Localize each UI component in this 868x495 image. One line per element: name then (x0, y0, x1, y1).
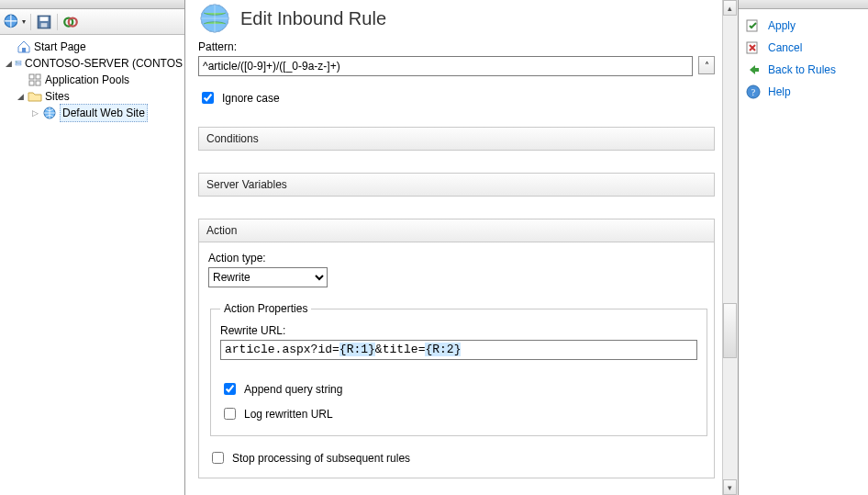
server-variables-section-header[interactable]: Server Variables (198, 173, 715, 197)
cancel-icon (746, 40, 761, 55)
connections-panel: ▾ Start Page ◢ CON (0, 0, 185, 495)
globe-large-icon (198, 2, 231, 35)
collapse-icon[interactable]: ◢ (17, 93, 25, 101)
scroll-up-button[interactable]: ▴ (723, 0, 737, 16)
refresh-icon[interactable] (62, 14, 79, 30)
tree-sites[interactable]: ◢ Sites (4, 88, 184, 105)
svg-rect-19 (754, 68, 759, 72)
server-icon (15, 56, 22, 71)
expand-icon[interactable]: ▷ (31, 109, 39, 118)
nav-dropdown-icon[interactable] (4, 14, 20, 30)
app-pools-icon (28, 73, 42, 87)
vertical-scrollbar[interactable]: ▴ ▾ (722, 0, 738, 495)
apply-action[interactable]: Apply (744, 15, 862, 37)
help-icon: ? (746, 84, 761, 99)
action-properties-fieldset: Action Properties Rewrite URL: article.a… (210, 302, 707, 436)
tree-app-pools[interactable]: Application Pools (4, 72, 184, 88)
svg-rect-3 (41, 23, 48, 28)
action-section-body: Action type: Rewrite Action Properties R… (198, 242, 715, 478)
scroll-thumb[interactable] (723, 303, 737, 358)
cancel-label: Cancel (768, 41, 802, 54)
actions-header (739, 0, 868, 9)
ignore-case-checkbox[interactable] (202, 92, 214, 104)
pattern-input[interactable] (198, 56, 693, 76)
tree-start-page-label: Start Page (34, 39, 86, 55)
tree-server[interactable]: ◢ CONTOSO-SERVER (CONTOS (4, 55, 184, 72)
actions-panel: Apply Cancel Back to Rules ? Help (738, 0, 868, 495)
tree-server-label: CONTOSO-SERVER (CONTOS (25, 55, 183, 72)
action-section-header[interactable]: Action (198, 219, 715, 242)
action-properties-legend: Action Properties (220, 302, 311, 315)
svg-rect-17 (747, 20, 757, 31)
svg-rect-13 (36, 81, 40, 85)
svg-rect-10 (29, 74, 34, 79)
tree-default-site[interactable]: ▷ Default Web Site (4, 105, 184, 121)
home-icon (17, 39, 31, 54)
stop-processing-checkbox[interactable] (212, 452, 224, 464)
apply-icon (746, 18, 761, 33)
tree-default-site-label: Default Web Site (60, 104, 148, 122)
globe-icon (42, 106, 57, 120)
stop-processing-label: Stop processing of subsequent rules (232, 452, 410, 465)
collapse-icon[interactable]: ◢ (6, 60, 12, 68)
page-title: Edit Inbound Rule (240, 8, 386, 29)
svg-rect-11 (36, 74, 40, 79)
connections-toolbar: ▾ (0, 9, 184, 35)
ignore-case-row[interactable]: Ignore case (198, 89, 715, 107)
help-action[interactable]: ? Help (744, 81, 862, 103)
back-label: Back to Rules (768, 63, 836, 76)
rewrite-url-label: Rewrite URL: (220, 324, 697, 337)
ignore-case-label: Ignore case (222, 92, 280, 105)
back-to-rules-action[interactable]: Back to Rules (744, 59, 862, 81)
conditions-section-header[interactable]: Conditions (198, 127, 715, 151)
tree-sites-label: Sites (45, 88, 70, 105)
svg-point-9 (16, 62, 17, 62)
help-label: Help (768, 85, 791, 98)
pattern-label: Pattern: (198, 40, 715, 53)
apply-label: Apply (768, 19, 796, 32)
cancel-action[interactable]: Cancel (744, 37, 862, 59)
append-qs-checkbox[interactable] (224, 383, 236, 395)
svg-rect-12 (29, 81, 34, 85)
page-title-row: Edit Inbound Rule (198, 0, 715, 40)
append-qs-label: Append query string (244, 383, 342, 396)
pattern-scroll-button[interactable]: ˄ (698, 56, 715, 74)
svg-text:?: ? (751, 87, 756, 97)
tree-app-pools-label: Application Pools (45, 72, 129, 88)
svg-rect-8 (16, 63, 21, 65)
folder-icon (28, 89, 42, 104)
tree-start-page[interactable]: Start Page (4, 39, 184, 55)
action-type-select[interactable]: Rewrite (208, 267, 328, 287)
log-row[interactable]: Log rewritten URL (220, 405, 697, 422)
chevron-up-icon: ˄ (705, 61, 709, 71)
back-arrow-icon (746, 62, 761, 77)
action-type-label: Action type: (208, 252, 705, 264)
connections-header (0, 0, 184, 9)
main-content: Edit Inbound Rule Pattern: ˄ Ignore case… (185, 0, 738, 495)
rewrite-url-input[interactable]: article.aspx?id={R:1}&title={R:2} (220, 340, 697, 360)
scroll-down-button[interactable]: ▾ (723, 479, 737, 495)
svg-rect-6 (22, 48, 26, 52)
log-checkbox[interactable] (224, 408, 236, 420)
connections-tree: Start Page ◢ CONTOSO-SERVER (CONTOS Appl… (0, 35, 184, 121)
log-label: Log rewritten URL (244, 408, 333, 421)
svg-rect-2 (40, 17, 49, 21)
stop-processing-row[interactable]: Stop processing of subsequent rules (208, 449, 705, 467)
save-icon[interactable] (36, 14, 52, 30)
append-qs-row[interactable]: Append query string (220, 380, 697, 398)
